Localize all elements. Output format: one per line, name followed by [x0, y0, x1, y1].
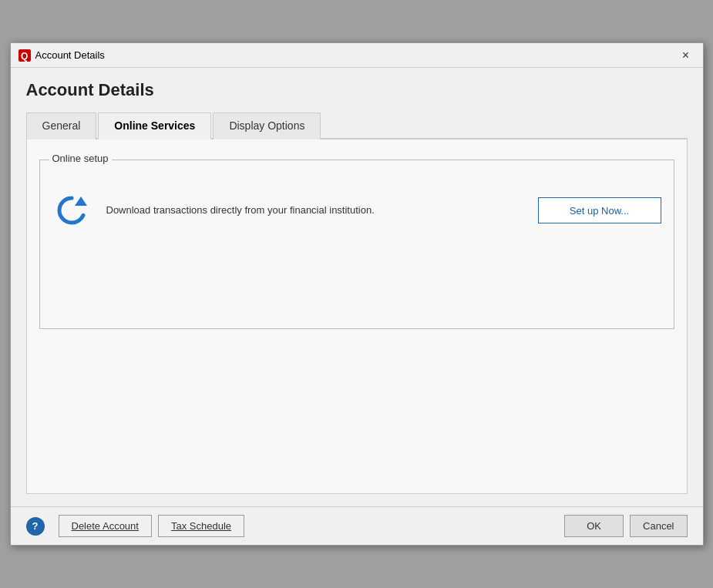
online-setup-group: Online setup Download transactions direc…	[39, 160, 674, 329]
setup-description: Download transactions directly from your…	[106, 203, 523, 218]
setup-now-button[interactable]: Set up Now...	[538, 197, 661, 223]
page-title: Account Details	[26, 80, 688, 100]
cancel-button[interactable]: Cancel	[630, 515, 687, 537]
close-button[interactable]: ×	[677, 46, 695, 65]
ok-button[interactable]: OK	[564, 515, 624, 537]
svg-marker-2	[75, 197, 87, 206]
tab-display-options[interactable]: Display Options	[213, 113, 321, 139]
title-bar-text: Account Details	[35, 49, 677, 61]
account-details-window: Q Account Details × Account Details Gene…	[10, 42, 704, 546]
tab-bar: General Online Services Display Options	[26, 111, 688, 139]
tax-schedule-button[interactable]: Tax Schedule	[158, 515, 244, 537]
tab-content-online-services: Online setup Download transactions direc…	[26, 139, 688, 494]
online-setup-legend: Online setup	[49, 153, 112, 164]
title-bar: Q Account Details ×	[11, 43, 703, 68]
footer-right: OK Cancel	[564, 515, 687, 537]
online-setup-content: Download transactions directly from your…	[52, 191, 661, 230]
window-footer: ? Delete Account Tax Schedule OK Cancel	[11, 506, 703, 545]
delete-account-button[interactable]: Delete Account	[59, 515, 152, 537]
tab-general[interactable]: General	[26, 113, 97, 139]
window-body: Account Details General Online Services …	[11, 68, 703, 506]
tab-online-services[interactable]: Online Services	[98, 113, 211, 139]
footer-left: ? Delete Account Tax Schedule	[26, 515, 565, 537]
svg-text:Q: Q	[21, 51, 28, 62]
app-icon: Q	[18, 49, 31, 62]
refresh-icon	[52, 191, 91, 230]
help-button[interactable]: ?	[26, 517, 45, 536]
